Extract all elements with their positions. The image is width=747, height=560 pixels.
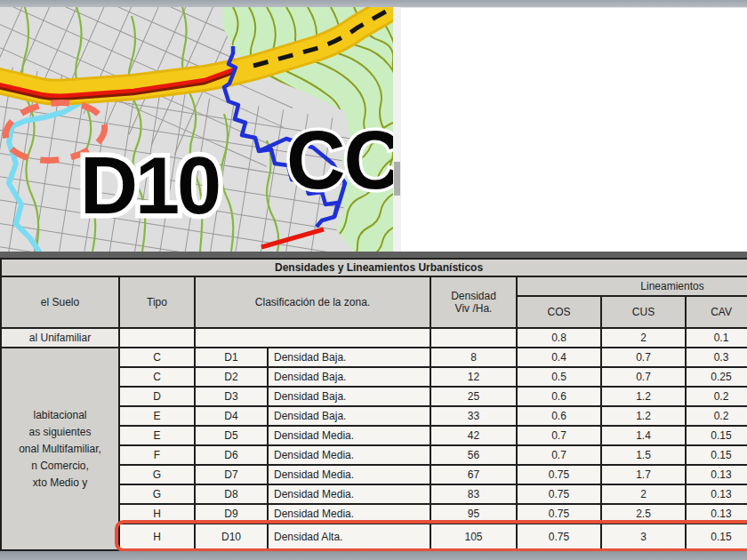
cell-densidad: 8 [430,348,517,367]
cell-clasificacion: Densidad Media. [268,484,430,504]
cell-cus: 2.5 [601,504,686,524]
header-densidad-line1: Densidad [431,290,516,302]
cell-densidad: 25 [430,387,517,406]
cell-densidad: 67 [430,465,517,484]
cell-tipo: E [119,406,195,426]
cell-clasificacion: Densidad Baja. [268,387,430,406]
cell-clasificacion: Densidad Alta. [268,524,430,550]
header-tipo: Tipo [119,276,195,328]
cell-zona: D8 [195,484,268,504]
cell-zona: D2 [195,367,268,387]
header-lineamientos: Lineamientos [517,276,747,296]
cell-cos: 0.6 [517,387,601,406]
cell-densidad: 105 [430,524,517,550]
map-vertical-scrollbar-thumb[interactable] [394,162,400,196]
cell-cav: 0.25 [686,367,747,387]
cell-densidad [430,328,517,348]
cell-cus: 0.7 [601,367,686,387]
cell-cos: 0.7 [517,445,601,465]
table-title-row: Densidades y Lineamientos Urbanísticos [1,259,747,276]
map-vertical-scrollbar-track[interactable] [393,7,401,252]
cell-cav: 0.13 [686,465,747,484]
cell-clasificacion: Densidad Media. [268,504,430,524]
cell-cav: 0.2 [686,387,747,406]
cell-cos: 0.7 [517,426,601,445]
table-top-border [0,252,747,258]
cell-densidad: 12 [430,367,517,387]
cell-tipo: E [119,426,195,445]
cell-clasificacion: Densidad Media. [268,445,430,465]
cell-cus: 1.4 [601,426,686,445]
cell-cav: 0.15 [686,426,747,445]
cell-tipo: C [119,367,195,387]
cell-cav: 0.2 [686,406,747,426]
cell-cus: 1.2 [601,406,686,426]
cell-tipo: C [119,348,195,367]
zone-label-cc: CC [286,115,393,205]
header-densidad: Densidad Viv /Ha. [430,276,517,328]
cell-cos: 0.8 [517,328,601,348]
zoning-map-image: D10 CC [0,7,393,252]
cell-cav: 0.15 [686,524,747,550]
cell-tipo: G [119,465,195,484]
cell-densidad: 95 [430,504,517,524]
cell-clasificacion: Densidad Media. [268,426,430,445]
cell-tipo: H [119,504,195,524]
cell-cos: 0.5 [517,367,601,387]
header-cus: CUS [601,296,686,328]
cell-zona: D3 [195,387,268,406]
cell-cos: 0.6 [517,406,601,426]
cell-zona [195,328,430,348]
cell-zona: D6 [195,445,268,465]
cell-zona: D5 [195,426,268,445]
cell-cus: 1.7 [601,465,686,484]
cell-cos: 0.4 [517,348,601,367]
table-row-d1: labitacionalas siguientesonal Multifamil… [1,348,747,367]
cell-cus: 0.7 [601,348,686,367]
header-densidad-line2: Viv /Ha. [431,302,516,315]
slide: D10 CC Densidades y Lineamientos Urbanís… [0,0,747,560]
cell-cav: 0.1 [686,328,747,348]
cell-cos: 0.75 [517,484,601,504]
cell-tipo [119,328,195,348]
land-use-text-line: as siguientes [2,424,118,441]
land-use-text-line: n Comercio, [2,458,118,475]
table-title: Densidades y Lineamientos Urbanísticos [1,259,747,276]
cell-clasificacion: Densidad Baja. [268,348,430,367]
header-cav: CAV [686,296,747,328]
window-frame-bottom [0,551,747,560]
zone-label-d10: D10 [80,141,219,230]
cell-densidad: 83 [430,484,517,504]
cell-cos: 0.75 [517,465,601,484]
cell-cav: 0.15 [686,445,747,465]
cell-zona: D10 [195,524,268,550]
cell-densidad: 56 [430,445,517,465]
cell-cav: 0.13 [686,484,747,504]
header-land-use: el Suelo [1,276,119,328]
cell-zona: D9 [195,504,268,524]
cell-cus: 1.5 [601,445,686,465]
cell-zona: D4 [195,406,268,426]
header-cos: COS [517,296,601,328]
cell-cav: 0.13 [686,504,747,524]
cell-cus: 3 [601,524,686,550]
cell-densidad: 42 [430,426,517,445]
cell-cus: 1.2 [601,387,686,406]
cell-clasificacion: Densidad Baja. [268,406,430,426]
cell-cus: 2 [601,328,686,348]
cell-clasificacion: Densidad Media. [268,465,430,484]
cell-zona: D7 [195,465,268,484]
cell-cos: 0.75 [517,524,601,550]
land-use-text-line: xto Medio y [2,475,118,492]
cell-cus: 2 [601,484,686,504]
cell-cav: 0.3 [686,348,747,367]
densities-table: Densidades y Lineamientos Urbanísticos e… [0,258,747,551]
land-use-text-line: labitacional [2,407,118,424]
cell-land-use: al Unifamiliar [1,328,119,348]
cell-tipo: D [119,387,195,406]
cell-cos: 0.75 [517,504,601,524]
cell-tipo: H [119,524,195,550]
cell-densidad: 33 [430,406,517,426]
land-use-text-block: labitacionalas siguientesonal Multifamil… [1,348,119,550]
zoning-table-panel: Densidades y Lineamientos Urbanísticos e… [0,258,747,551]
